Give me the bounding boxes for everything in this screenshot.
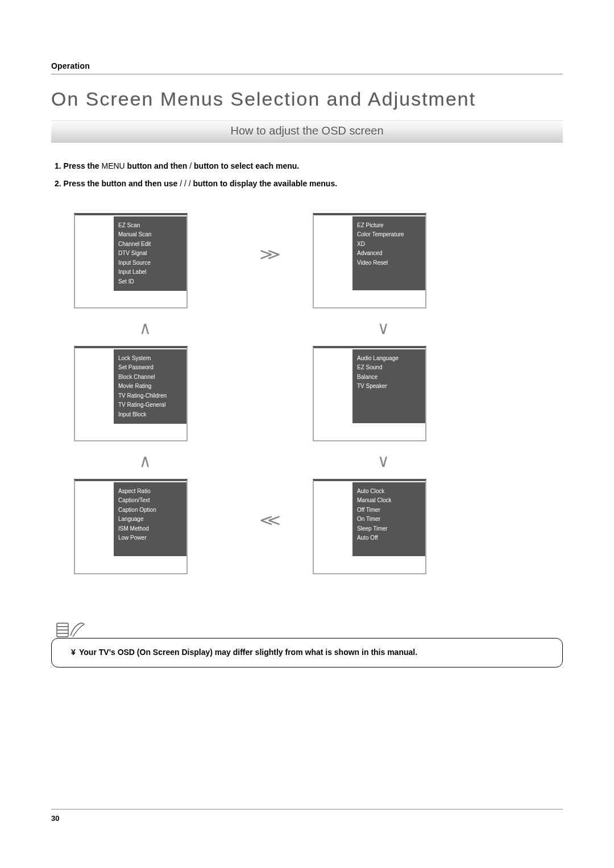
notes-hand-icon <box>53 619 88 645</box>
menu-item: TV Rating-General <box>118 400 182 410</box>
menu-item: Advanced <box>357 249 421 258</box>
text: button and then use <box>102 179 180 188</box>
menu-item: Audio Language <box>357 354 421 364</box>
menu-item: EZ Picture <box>357 221 421 231</box>
menu-item: Color Temperature <box>357 230 421 240</box>
slash-placeholder: / / / <box>180 179 193 188</box>
menu-item: Set Password <box>118 363 182 373</box>
menu-item: EZ Scan <box>118 221 182 231</box>
menu-list: Auto Clock Manual Clock Off Timer On Tim… <box>352 482 425 556</box>
menu-card-lock: Lock System Set Password Block Channel M… <box>74 346 188 441</box>
text: 1. Press the <box>55 161 102 170</box>
menu-item: Off Timer <box>357 506 421 515</box>
menu-item: Input Block <box>118 410 182 420</box>
menu-item: Caption Option <box>118 506 182 515</box>
menu-item: Lock System <box>118 354 182 364</box>
menu-item: Manual Clock <box>357 496 421 506</box>
menu-item: EZ Sound <box>357 363 421 373</box>
menu-item: Input Source <box>118 258 182 268</box>
arrow-down-icon: ∨ <box>377 450 389 471</box>
menu-item: Balance <box>357 373 421 382</box>
menu-card-timer: Auto Clock Manual Clock Off Timer On Tim… <box>313 479 426 574</box>
menu-item: Language <box>118 515 182 524</box>
text: 2. Press the <box>55 179 102 188</box>
text: button to select each menu. <box>194 161 299 170</box>
menu-item: Aspect Ratio <box>118 487 182 496</box>
menu-list: Aspect Ratio Caption/Text Caption Option… <box>114 482 186 556</box>
menu-item: Auto Off <box>357 533 421 543</box>
instruction-line-2: 2. Press the button and then use / / / b… <box>55 175 563 193</box>
note-box: ¥Your TV's OSD (On Screen Display) may d… <box>51 638 563 667</box>
arrow-right-icon: ≫ <box>259 245 281 264</box>
arrow-up-icon: ∧ <box>139 450 151 471</box>
instruction-line-1: 1. Press the MENU button and then / butt… <box>55 157 563 175</box>
menu-card-setup: EZ Scan Manual Scan Channel Edit DTV Sig… <box>74 213 188 308</box>
menu-item: Auto Clock <box>357 487 421 496</box>
menu-list: EZ Picture Color Temperature XD Advanced… <box>352 216 425 290</box>
menu-item: Movie Rating <box>118 382 182 391</box>
menu-item: DTV Signal <box>118 249 182 258</box>
slash-placeholder: / <box>189 161 194 170</box>
arrow-up-icon: ∧ <box>139 318 151 338</box>
menu-item: On Timer <box>357 515 421 524</box>
manual-page: Operation On Screen Menus Selection and … <box>0 0 614 667</box>
menu-item: Channel Edit <box>118 240 182 249</box>
text: button to display the available menus. <box>193 179 338 188</box>
menu-item: TV Rating-Children <box>118 391 182 401</box>
arrow-down-icon: ∨ <box>377 318 389 338</box>
menu-list: Lock System Set Password Block Channel M… <box>114 349 186 424</box>
menu-item: Block Channel <box>118 373 182 382</box>
menu-item: ISM Method <box>118 524 182 534</box>
subtitle-bar: How to adjust the OSD screen <box>51 120 563 143</box>
menu-item: Input Label <box>118 268 182 277</box>
menu-item: Caption/Text <box>118 496 182 506</box>
page-number: 30 <box>51 809 563 823</box>
menu-item: Sleep Timer <box>357 524 421 534</box>
menu-item: Set ID <box>118 277 182 287</box>
menu-item: TV Speaker <box>357 382 421 391</box>
menu-card-option: Aspect Ratio Caption/Text Caption Option… <box>74 479 188 574</box>
menu-item: Manual Scan <box>118 230 182 240</box>
menu-item: XD <box>357 240 421 249</box>
menu-item: Low Power <box>118 533 182 543</box>
menu-list: Audio Language EZ Sound Balance TV Speak… <box>352 349 425 423</box>
menu-word: MENU <box>102 161 125 170</box>
note-frame: ¥Your TV's OSD (On Screen Display) may d… <box>51 638 563 667</box>
text: button and then <box>125 161 190 170</box>
page-title: On Screen Menus Selection and Adjustment <box>51 88 563 110</box>
note-bullet: ¥ <box>71 648 79 657</box>
menu-list: EZ Scan Manual Scan Channel Edit DTV Sig… <box>114 216 186 291</box>
menu-card-audio: Audio Language EZ Sound Balance TV Speak… <box>313 346 426 441</box>
section-label: Operation <box>51 61 563 74</box>
arrow-left-icon: ≪ <box>259 511 281 529</box>
instructions-block: 1. Press the MENU button and then / butt… <box>51 157 563 193</box>
menu-card-video: EZ Picture Color Temperature XD Advanced… <box>313 213 426 308</box>
menu-item: Video Reset <box>357 258 421 268</box>
osd-menu-diagram: EZ Scan Manual Scan Channel Edit DTV Sig… <box>74 213 563 599</box>
note-text: Your TV's OSD (On Screen Display) may di… <box>79 648 417 657</box>
